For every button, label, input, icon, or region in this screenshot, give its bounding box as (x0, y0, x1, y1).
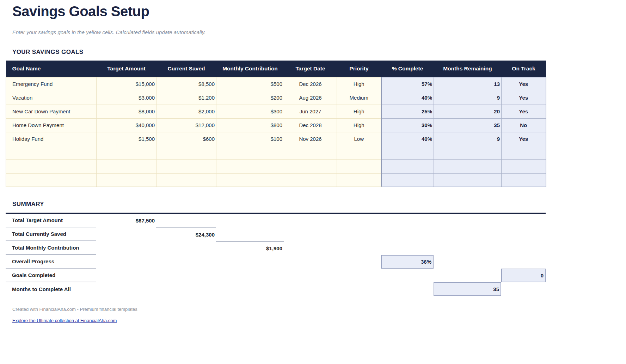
cell-monthly-contribution[interactable]: $200 (216, 91, 284, 105)
cell-months-remaining: 13 (434, 77, 502, 91)
summary-section-heading: SUMMARY (12, 201, 626, 208)
header-percent-complete: % Complete (381, 61, 434, 77)
cell-months-remaining: 20 (434, 105, 502, 118)
cell-percent-complete: 57% (381, 77, 434, 91)
goal-row: Vacation $3,000 $1,200 $200 Aug 2026 Med… (6, 91, 546, 105)
cell-target-amount[interactable]: $1,500 (97, 132, 156, 146)
cell-target-date[interactable]: Dec 2028 (284, 118, 337, 132)
cell-priority[interactable]: High (337, 118, 381, 132)
cell-on-track: Yes (502, 91, 546, 105)
cell-on-track-empty (502, 173, 546, 187)
cell-target-amount-empty[interactable] (97, 173, 156, 187)
table-header-row: Goal Name Target Amount Current Saved Mo… (6, 61, 546, 77)
header-on-track: On Track (502, 61, 546, 77)
cell-monthly-contribution[interactable]: $800 (216, 118, 284, 132)
summary-value-total-saved: $24,300 (156, 227, 216, 241)
cell-months-remaining: 9 (434, 91, 502, 105)
cell-on-track: No (502, 118, 546, 132)
cell-months-remaining: 9 (434, 132, 502, 146)
cell-on-track-empty (502, 146, 546, 159)
cell-target-amount-empty[interactable] (97, 159, 156, 173)
cell-priority[interactable]: Medium (337, 91, 381, 105)
goal-row-empty (6, 146, 546, 159)
page-subtitle: Enter your savings goals in the yellow c… (12, 29, 626, 35)
cell-target-date[interactable]: Jun 2027 (284, 105, 337, 118)
cell-current-saved-empty[interactable] (156, 146, 216, 159)
summary-label-months-to-complete: Months to Complete All (6, 282, 96, 296)
cell-current-saved-empty[interactable] (156, 159, 216, 173)
cell-goal-name-empty[interactable] (6, 159, 97, 173)
cell-on-track: Yes (502, 132, 546, 146)
cell-goal-name[interactable]: Holiday Fund (6, 132, 97, 146)
header-current-saved: Current Saved (156, 61, 216, 77)
cell-monthly-contribution[interactable]: $500 (216, 77, 284, 91)
goal-row: Home Down Payment $40,000 $12,000 $800 D… (6, 118, 546, 132)
goal-row: Holiday Fund $1,500 $600 $100 Nov 2026 L… (6, 132, 546, 146)
cell-percent-complete: 40% (381, 132, 434, 146)
cell-target-amount[interactable]: $40,000 (97, 118, 156, 132)
header-monthly-contribution: Monthly Contribution (216, 61, 284, 77)
cell-current-saved[interactable]: $1,200 (156, 91, 216, 105)
cell-percent-complete: 30% (381, 118, 434, 132)
cell-on-track: Yes (502, 77, 546, 91)
cell-target-amount-empty[interactable] (97, 146, 156, 159)
summary-value-overall-progress: 36% (381, 255, 434, 269)
cell-months-remaining: 35 (434, 118, 502, 132)
cell-monthly-contribution[interactable]: $100 (216, 132, 284, 146)
cell-goal-name-empty[interactable] (6, 146, 97, 159)
cell-percent-complete-empty (381, 159, 434, 173)
cell-months-remaining-empty (434, 173, 502, 187)
cell-target-date-empty[interactable] (284, 159, 337, 173)
cell-on-track-empty (502, 159, 546, 173)
summary-label-total-monthly: Total Monthly Contribution (6, 241, 96, 255)
cell-percent-complete-empty (381, 146, 434, 159)
cell-target-amount[interactable]: $3,000 (97, 91, 156, 105)
cell-target-amount[interactable]: $8,000 (97, 105, 156, 118)
cell-percent-complete-empty (381, 173, 434, 187)
cell-current-saved[interactable]: $12,000 (156, 118, 216, 132)
goal-row: Emergency Fund $15,000 $8,500 $500 Dec 2… (6, 77, 546, 91)
summary-label-total-saved: Total Currently Saved (6, 227, 96, 241)
cell-priority[interactable]: Low (337, 132, 381, 146)
cell-target-date[interactable]: Dec 2026 (284, 77, 337, 91)
cell-goal-name[interactable]: Emergency Fund (6, 77, 97, 91)
cell-percent-complete: 40% (381, 91, 434, 105)
cell-months-remaining-empty (434, 146, 502, 159)
cell-priority-empty[interactable] (337, 146, 381, 159)
cell-monthly-contribution-empty[interactable] (216, 173, 284, 187)
cell-priority-empty[interactable] (337, 159, 381, 173)
cell-goal-name[interactable]: Home Down Payment (6, 118, 97, 132)
goal-row-empty (6, 159, 546, 173)
cell-current-saved[interactable]: $600 (156, 132, 216, 146)
cell-monthly-contribution-empty[interactable] (216, 159, 284, 173)
cell-priority[interactable]: High (337, 105, 381, 118)
summary-table: Total Target Amount $67,500 Total Curren… (6, 213, 546, 296)
goal-row-empty (6, 173, 546, 187)
cell-goal-name[interactable]: New Car Down Payment (6, 105, 97, 118)
cell-target-amount[interactable]: $15,000 (97, 77, 156, 91)
cell-current-saved[interactable]: $8,500 (156, 77, 216, 91)
cell-monthly-contribution[interactable]: $300 (216, 105, 284, 118)
cell-current-saved-empty[interactable] (156, 173, 216, 187)
savings-goals-table: Goal Name Target Amount Current Saved Mo… (6, 61, 546, 187)
cell-target-date[interactable]: Nov 2026 (284, 132, 337, 146)
cell-target-date-empty[interactable] (284, 146, 337, 159)
footer-credit-text: Created with FinancialAha.com - Premium … (12, 307, 626, 312)
footer-explore-link[interactable]: Explore the Ultimate collection at Finan… (12, 318, 117, 323)
cell-goal-name[interactable]: Vacation (6, 91, 97, 105)
header-target-amount: Target Amount (97, 61, 156, 77)
summary-value-total-monthly: $1,900 (216, 241, 284, 255)
cell-current-saved[interactable]: $2,000 (156, 105, 216, 118)
cell-goal-name-empty[interactable] (6, 173, 97, 187)
cell-target-date[interactable]: Aug 2026 (284, 91, 337, 105)
cell-target-date-empty[interactable] (284, 173, 337, 187)
cell-priority[interactable]: High (337, 77, 381, 91)
cell-priority-empty[interactable] (337, 173, 381, 187)
header-months-remaining: Months Remaining (434, 61, 502, 77)
goals-section-heading: YOUR SAVINGS GOALS (12, 49, 626, 56)
page-title: Savings Goals Setup (12, 4, 626, 19)
cell-monthly-contribution-empty[interactable] (216, 146, 284, 159)
cell-percent-complete: 25% (381, 105, 434, 118)
cell-on-track: Yes (502, 105, 546, 118)
savings-goals-page: Savings Goals Setup Enter your savings g… (0, 4, 626, 364)
